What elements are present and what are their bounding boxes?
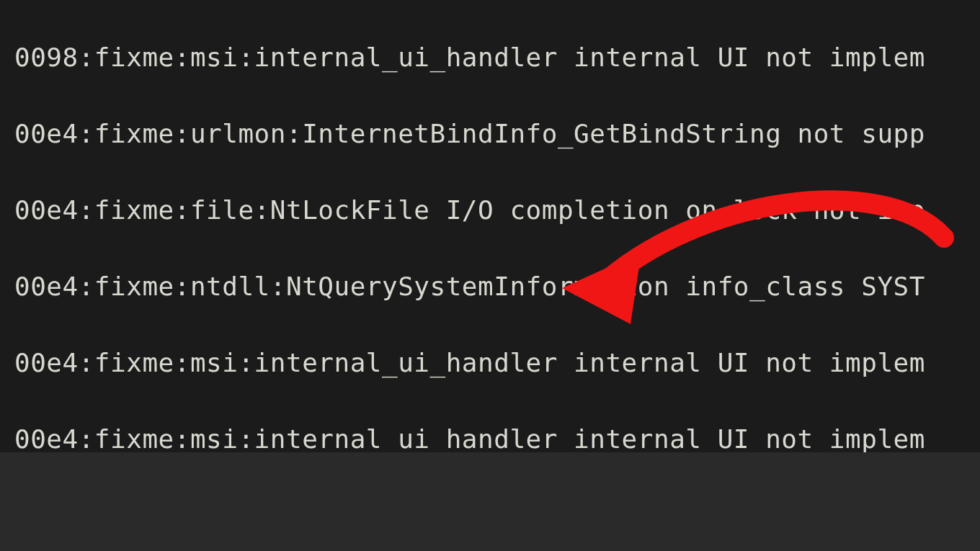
- log-line: 00e4:fixme:msi:internal_ui_handler inter…: [14, 420, 980, 452]
- log-line: 0098:fixme:msi:internal_ui_handler inter…: [14, 38, 980, 76]
- log-line: 00e4:fixme:file:NtLockFile I/O completio…: [14, 191, 980, 229]
- log-line: 00e4:fixme:ntdll:NtQuerySystemInformatio…: [14, 267, 980, 305]
- terminal-output-area[interactable]: 0098:fixme:msi:internal_ui_handler inter…: [0, 0, 980, 452]
- log-line: 00e4:fixme:urlmon:InternetBindInfo_GetBi…: [14, 115, 980, 153]
- log-line: 00e4:fixme:msi:internal_ui_handler inter…: [14, 344, 980, 382]
- taskbar-shelf: [0, 452, 980, 551]
